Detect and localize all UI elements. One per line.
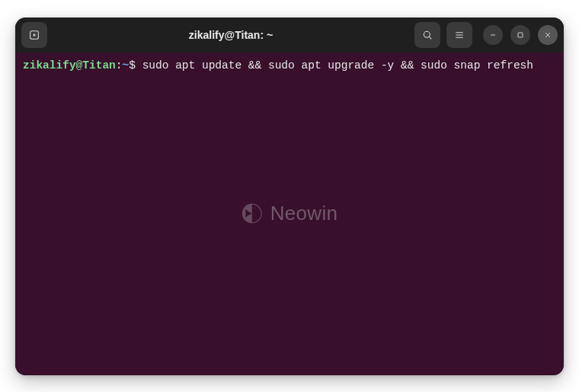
- neowin-logo-icon: [242, 203, 263, 225]
- terminal-window: zikalify@Titan: ~: [15, 18, 564, 375]
- hamburger-icon: [453, 29, 465, 41]
- maximize-button[interactable]: [510, 25, 530, 45]
- prompt-user-host: zikalify@Titan: [23, 59, 116, 72]
- new-tab-icon: [28, 29, 40, 41]
- command-value: sudo apt update && sudo apt upgrade -y &…: [142, 59, 533, 72]
- maximize-icon: [516, 30, 525, 40]
- close-button[interactable]: [538, 25, 558, 45]
- new-tab-button[interactable]: [21, 22, 47, 48]
- search-icon: [421, 29, 433, 41]
- menu-button[interactable]: [446, 22, 472, 48]
- close-icon: [543, 30, 552, 40]
- prompt-symbol: $: [129, 59, 136, 72]
- prompt-path: ~: [123, 59, 130, 72]
- titlebar-right: [414, 22, 558, 48]
- prompt-separator: :: [116, 59, 123, 72]
- svg-rect-9: [518, 33, 523, 37]
- terminal-body[interactable]: zikalify@Titan:~$ sudo apt update && sud…: [15, 53, 564, 375]
- minimize-button[interactable]: [483, 25, 503, 45]
- prompt-line: zikalify@Titan:~$ sudo apt update && sud…: [23, 59, 556, 74]
- svg-point-3: [424, 31, 430, 37]
- titlebar-left: [21, 22, 47, 48]
- window-title: zikalify@Titan: ~: [47, 29, 414, 41]
- watermark: Neowin: [242, 200, 338, 227]
- watermark-text: Neowin: [270, 200, 338, 227]
- search-button[interactable]: [414, 22, 440, 48]
- minimize-icon: [488, 30, 497, 40]
- svg-line-4: [429, 37, 431, 39]
- window-controls: [483, 25, 558, 45]
- svg-point-12: [242, 204, 262, 224]
- command-text: sudo apt update && sudo apt upgrade -y &…: [136, 59, 533, 72]
- titlebar: zikalify@Titan: ~: [15, 18, 564, 53]
